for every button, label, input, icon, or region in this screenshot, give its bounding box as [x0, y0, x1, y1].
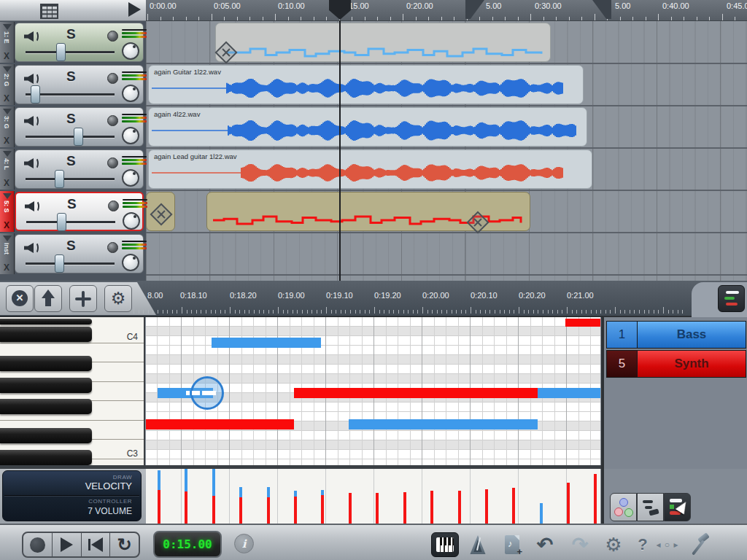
velocity-bar-red[interactable]	[321, 495, 324, 524]
track-close-button[interactable]: X	[4, 220, 9, 230]
velocity-bar-red[interactable]	[403, 492, 406, 524]
velocity-bar-red[interactable]	[158, 490, 160, 524]
play-button[interactable]	[53, 533, 82, 556]
velocity-bar-red[interactable]	[349, 493, 352, 524]
editor-settings-button[interactable]: ⚙	[104, 285, 132, 312]
track-tab-2[interactable]: 2: GX	[0, 64, 15, 105]
arrange-timeline-ruler[interactable]: 0:00.000:05.000:10.000:15.000:20.005.000…	[146, 0, 747, 21]
midi-note[interactable]	[212, 338, 321, 348]
piano-roll-grid[interactable]	[146, 317, 600, 465]
volume-slider-handle[interactable]	[31, 85, 40, 104]
metronome-button[interactable]	[464, 532, 492, 557]
collapse-triangle-icon[interactable]	[3, 24, 12, 30]
track-close-button[interactable]: X	[4, 136, 9, 146]
volume-slider-handle[interactable]	[74, 128, 83, 146]
velocity-bar-red[interactable]	[485, 489, 488, 524]
velocity-bar-red[interactable]	[512, 488, 515, 524]
solo-button[interactable]: S	[66, 111, 76, 127]
pan-knob[interactable]	[122, 169, 139, 187]
solo-button[interactable]: S	[66, 26, 76, 42]
track-close-button[interactable]: X	[4, 51, 9, 61]
record-button[interactable]	[23, 533, 53, 556]
loop-marker-start[interactable]	[465, 0, 484, 19]
speaker-mute-icon[interactable]	[24, 114, 40, 128]
record-arm-dot[interactable]	[107, 242, 118, 253]
track-lane-6[interactable]	[146, 233, 747, 276]
loop-marker-end[interactable]	[592, 0, 611, 19]
track-tab-6[interactable]: InstX	[0, 233, 15, 274]
speaker-mute-icon[interactable]	[25, 200, 41, 213]
solo-button[interactable]: S	[66, 238, 76, 254]
collapse-triangle-icon[interactable]	[3, 236, 12, 241]
tools-button[interactable]	[686, 532, 713, 557]
clip-again Guitar 1l22.wav-1[interactable]: again Guitar 1l22.wav	[148, 65, 584, 104]
collapse-triangle-icon[interactable]	[3, 193, 12, 199]
record-arm-dot[interactable]	[107, 158, 118, 168]
solo-button[interactable]: S	[67, 196, 77, 212]
editor-move-button[interactable]	[69, 285, 97, 312]
velocity-bar-blue[interactable]	[540, 503, 543, 524]
mini-play-icon[interactable]	[128, 2, 141, 17]
velocity-bar-red[interactable]	[239, 497, 242, 524]
select-tool-button-active[interactable]	[664, 493, 691, 521]
track-close-button[interactable]: X	[4, 178, 9, 188]
midi-note[interactable]	[538, 388, 600, 398]
velocity-bar-red[interactable]	[212, 496, 215, 524]
track-close-button[interactable]: X	[4, 262, 9, 273]
black-key[interactable]	[0, 378, 92, 393]
playhead-marker[interactable]	[329, 0, 351, 20]
editor-close-button[interactable]: ✕	[6, 285, 34, 312]
pan-knob[interactable]	[122, 127, 139, 144]
volume-slider-handle[interactable]	[55, 170, 64, 188]
pan-knob[interactable]	[123, 212, 140, 230]
track-tab-3[interactable]: 3: GX	[0, 106, 15, 147]
collapse-triangle-icon[interactable]	[3, 151, 12, 157]
punch-button[interactable]: ◂ ○ ▸	[654, 532, 681, 557]
undo-button[interactable]: ↶	[531, 532, 559, 557]
rewind-button[interactable]	[82, 533, 111, 556]
arrange-lanes[interactable]: again Guitar 1l22.wavagain 4l22.wavagain…	[146, 20, 747, 281]
collapse-triangle-icon[interactable]	[3, 109, 12, 114]
info-button[interactable]: i	[234, 534, 254, 553]
midi-note[interactable]	[349, 419, 538, 429]
solo-button[interactable]: S	[66, 69, 76, 85]
record-arm-dot[interactable]	[107, 115, 118, 126]
clip-midi-0[interactable]	[215, 23, 551, 62]
velocity-bar-red[interactable]	[430, 491, 433, 524]
speaker-mute-icon[interactable]	[24, 30, 40, 43]
solo-button[interactable]: S	[66, 153, 76, 169]
black-key[interactable]	[0, 399, 92, 414]
velocity-lane[interactable]	[146, 469, 600, 524]
track-tab-4[interactable]: 4: LX	[0, 149, 15, 190]
black-key[interactable]	[0, 327, 92, 342]
part-row-synth[interactable]: 5Synth	[606, 350, 746, 378]
pan-knob[interactable]	[122, 85, 139, 102]
track-tab-1[interactable]: 1: EX	[0, 22, 15, 63]
track-tab-5[interactable]: 5: SX	[0, 191, 15, 232]
help-button[interactable]: ?	[629, 532, 657, 557]
add-part-button[interactable]: ♪ +	[498, 532, 526, 557]
record-arm-dot[interactable]	[107, 73, 118, 84]
collapse-triangle-icon[interactable]	[3, 66, 12, 72]
velocity-bar-red[interactable]	[594, 474, 597, 524]
black-key[interactable]	[0, 319, 92, 324]
part-list-button[interactable]	[718, 285, 745, 312]
editor-raise-button[interactable]	[34, 285, 62, 312]
settings-button[interactable]: ⚙	[600, 532, 627, 557]
clip-again 4l22.wav-2[interactable]: again 4l22.wav	[148, 107, 587, 147]
velocity-bar-red[interactable]	[567, 483, 570, 524]
pan-knob[interactable]	[122, 42, 139, 60]
black-key[interactable]	[0, 428, 92, 443]
grid-view-icon[interactable]	[40, 4, 58, 19]
black-key[interactable]	[0, 450, 92, 465]
velocity-bar-red[interactable]	[185, 491, 187, 524]
redo-button[interactable]: ↷	[566, 532, 594, 557]
track-close-button[interactable]: X	[4, 93, 9, 104]
volume-slider-handle[interactable]	[57, 213, 66, 231]
midi-note[interactable]	[294, 388, 538, 398]
pan-knob[interactable]	[122, 254, 139, 271]
record-arm-dot[interactable]	[107, 31, 118, 42]
clip-again Lead guitar 1l22.wav-3[interactable]: again Lead guitar 1l22.wav	[148, 149, 592, 189]
velocity-bar-red[interactable]	[267, 497, 270, 524]
loop-button[interactable]: ↻	[110, 533, 139, 556]
